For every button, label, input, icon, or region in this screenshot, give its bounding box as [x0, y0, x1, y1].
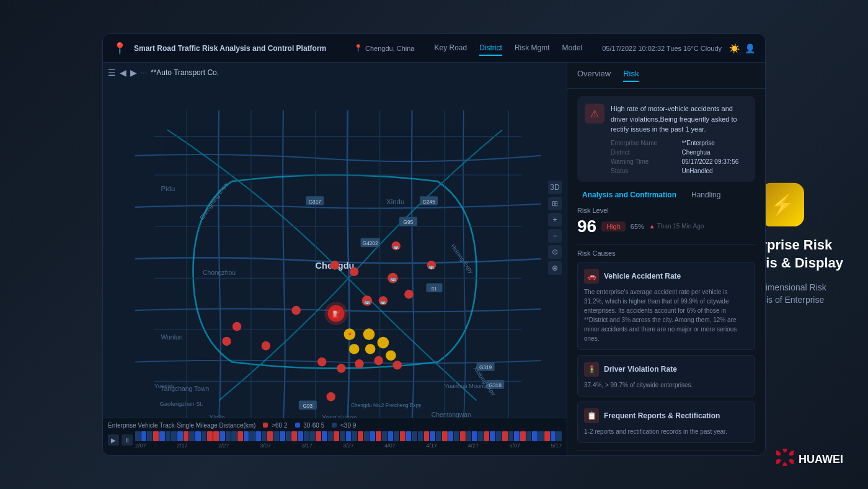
cause-header-2: 🚦 Driver Violation Rate	[584, 362, 748, 377]
svg-text:🚌: 🚌	[393, 244, 399, 249]
timeline-legend-lt30: <30 9	[332, 422, 356, 429]
cause-title-2: Driver Violation Rate	[604, 365, 677, 374]
enterprise-value: **Enterprise	[682, 140, 748, 146]
svg-text:Yuemin: Yuemin	[154, 383, 174, 389]
risk-arrow: ▲	[649, 223, 655, 230]
huawei-text: HUAWEI	[799, 453, 843, 466]
svg-point-53	[350, 267, 359, 277]
breadcrumb-dots: ···	[141, 68, 147, 77]
svg-point-54	[330, 261, 340, 270]
nav-location: 📍 Chengdu, China	[354, 44, 415, 52]
risk-level-section: Risk Level 96 High 65% ▲ Than 15 Min Ago	[577, 207, 755, 236]
handling-tab[interactable]: Handling	[686, 189, 725, 200]
svg-text:G95: G95	[404, 219, 414, 225]
map-svg: Pidu Chongzhou Wunlun Tangchang Town Xin…	[103, 63, 567, 455]
alert-text: High rate of motor-vehicle accidents and…	[611, 104, 748, 135]
map-3d-button[interactable]: 3D	[548, 181, 562, 194]
cause-card-2: 🚦 Driver Violation Rate 37.4%, > 99.7% o…	[577, 355, 755, 397]
svg-text:Chentongwan: Chentongwan	[432, 411, 471, 418]
analysis-header: Analysis and Confirmation Handling	[577, 189, 755, 200]
date-5: 3/17	[301, 442, 312, 449]
alert-warning-icon: ⚠	[590, 108, 599, 120]
timeline-track-container: 2/07 2/17 2/27 3/07 3/17 3/27 4/07 4/17 …	[135, 431, 562, 449]
cause-desc-3: 1-2 reports and rectification records in…	[584, 427, 748, 436]
legend-dot-lt30	[332, 423, 337, 428]
causes-label: Risk Causes	[577, 249, 755, 257]
risk-time-text: Than 15 Min Ago	[657, 223, 704, 230]
risk-number: 96	[577, 217, 596, 236]
svg-text:📍: 📍	[347, 332, 353, 339]
timeline-play-button[interactable]: ▶	[108, 434, 119, 446]
tab-key-road[interactable]: Key Road	[435, 41, 467, 56]
causes-section: Risk Causes 🚗 Vehicle Accident Rate The …	[577, 249, 755, 443]
status-label: Status	[611, 168, 677, 174]
timeline-legend-label: Enterprise Vehicle Track-Single Mileage …	[108, 422, 255, 429]
location-text: Chengdu, China	[365, 45, 415, 52]
map-area: ☰ ◀ ▶ ··· **Auto Transport Co.	[103, 63, 567, 455]
svg-text:G4202: G4202	[363, 240, 378, 246]
cause-icon-1: 🚗	[584, 269, 599, 284]
tab-overview[interactable]: Overview	[577, 69, 611, 82]
warning-label: Warning Time	[611, 158, 677, 165]
svg-text:Gaofengzhen St.: Gaofengzhen St.	[159, 401, 203, 407]
tab-district[interactable]: District	[479, 41, 502, 56]
cause-title-3: Frequent Reports & Rectification	[604, 411, 720, 420]
huawei-icon	[776, 449, 794, 470]
risk-badge: High	[601, 222, 626, 231]
svg-point-70	[365, 344, 376, 354]
svg-text:S1: S1	[432, 286, 437, 292]
nav-tabs: Key Road District Risk Mgmt Model	[435, 41, 583, 56]
svg-text:⛽: ⛽	[332, 310, 341, 319]
svg-text:🚌: 🚌	[380, 299, 386, 305]
alert-card: ⚠ High rate of motor-vehicle accidents a…	[577, 96, 755, 182]
cause-card-1: 🚗 Vehicle Accident Rate The enterprise's…	[577, 262, 755, 350]
cause-title-1: Vehicle Accident Rate	[604, 272, 681, 280]
cause-card-3: 📋 Frequent Reports & Rectification 1-2 r…	[577, 402, 755, 443]
analysis-confirmation-tab[interactable]: Analysis and Confirmation	[577, 189, 681, 200]
svg-point-64	[393, 361, 402, 370]
top-nav: 📍 Smart Road Traffic Risk Analysis and C…	[103, 34, 765, 63]
tab-risk[interactable]: Risk	[623, 69, 639, 82]
svg-text:Chongzhou: Chongzhou	[203, 269, 236, 276]
timeline-row: ▶ ⏸	[108, 431, 562, 449]
svg-point-3	[783, 462, 787, 466]
map-layer-button[interactable]: ⊕	[548, 261, 562, 275]
svg-text:🚌: 🚌	[364, 298, 371, 305]
back-icon[interactable]: ◀	[120, 68, 126, 78]
svg-point-2	[788, 458, 794, 465]
location-icon: 📍	[354, 44, 363, 52]
cause-icon-3: 📋	[584, 408, 599, 423]
svg-text:🚌: 🚌	[428, 264, 435, 269]
date-8: 4/17	[426, 442, 437, 449]
menu-icon[interactable]: ☰	[108, 68, 116, 78]
huawei-logo: HUAWEI	[776, 449, 843, 470]
svg-text:Wunlun: Wunlun	[161, 334, 183, 341]
map-fullscreen-button[interactable]: ⊞	[548, 197, 562, 210]
timeline-pause-button[interactable]: ⏸	[122, 434, 133, 446]
tab-risk-mgmt[interactable]: Risk Mgmt	[515, 41, 550, 56]
date-11: 5/17	[551, 442, 562, 449]
timeline-bar: Enterprise Vehicle Track-Single Mileage …	[103, 418, 567, 455]
timeline-track[interactable]	[135, 431, 562, 441]
timeline-controls: ▶ ⏸	[108, 434, 133, 446]
divider-1	[577, 244, 755, 244]
svg-point-71	[349, 344, 360, 354]
brand-icon: ⚡	[761, 183, 804, 227]
alert-meta: Enterprise Name **Enterprise District Ch…	[611, 140, 748, 174]
forward-icon[interactable]: ▶	[130, 68, 137, 78]
svg-point-1	[788, 449, 794, 457]
date-4: 3/07	[260, 442, 271, 449]
svg-point-69	[378, 337, 389, 349]
weather-icon: ☀️	[729, 43, 740, 53]
date-3: 2/27	[218, 442, 229, 449]
user-icon[interactable]: 👤	[745, 43, 755, 53]
tab-model[interactable]: Model	[562, 41, 583, 56]
map-locate-button[interactable]: ⊙	[548, 245, 562, 259]
map-zoom-in-button[interactable]: +	[548, 213, 562, 227]
svg-point-4	[776, 458, 782, 465]
map-zoom-out-button[interactable]: −	[548, 229, 562, 243]
svg-text:G319: G319	[479, 364, 492, 370]
status-value: UnHandled	[682, 168, 748, 174]
right-panel-content: ⚠ High rate of motor-vehicle accidents a…	[567, 89, 765, 455]
timeline-legend: Enterprise Vehicle Track-Single Mileage …	[108, 422, 562, 429]
